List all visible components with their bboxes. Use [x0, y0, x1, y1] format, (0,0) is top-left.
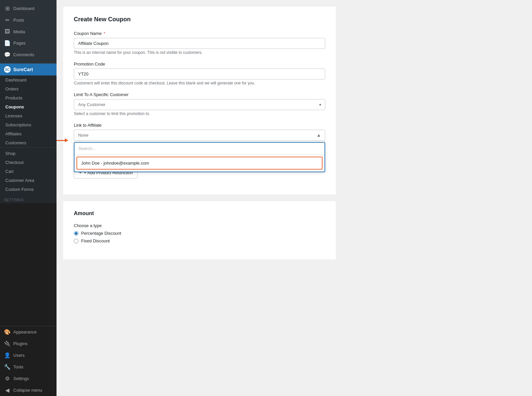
settings-icon: ⚙	[4, 375, 11, 382]
sidebar-item-users[interactable]: 👤 Users	[0, 349, 57, 361]
required-indicator: *	[103, 31, 105, 36]
arrow-indicator	[57, 140, 68, 141]
appearance-icon: 🎨	[4, 329, 11, 335]
sidebar-item-tools[interactable]: 🔧 Tools	[0, 361, 57, 373]
sidebar-item-sc-dashboard[interactable]: Dashboard	[0, 75, 57, 84]
sidebar-item-dashboard[interactable]: ⊞ Dashboard	[0, 3, 57, 14]
sidebar: ⊞ Dashboard ✏ Posts 🖼 Media 📄 Pages 💬 Co…	[0, 0, 57, 396]
radio-fixed[interactable]: Fixed Discount	[74, 238, 325, 243]
link-affiliate-group: Link to Affiliate None ▲ John Doe - john…	[74, 123, 325, 141]
sidebar-item-sc-subscriptions[interactable]: Subscriptions	[0, 120, 57, 129]
affiliate-dropdown-container: None ▲ John Doe - johndoe@example.com	[74, 130, 325, 141]
sidebar-item-sc-coupons[interactable]: Coupons	[0, 102, 57, 111]
limit-customer-label: Limit To A Specific Customer	[74, 92, 325, 97]
promotion-code-hint: Customers will enter this discount code …	[74, 81, 325, 85]
choose-type-group: Choose a type Percentage Discount Fixed …	[74, 223, 325, 243]
users-icon: 👤	[4, 352, 11, 358]
link-affiliate-label: Link to Affiliate	[74, 123, 325, 128]
chevron-up-icon: ▲	[317, 133, 321, 138]
amount-card: Amount Choose a type Percentage Discount…	[63, 201, 336, 259]
sidebar-item-sc-affiliates[interactable]: Affiliates	[0, 129, 57, 138]
sidebar-item-settings[interactable]: ⚙ Settings	[0, 373, 57, 384]
surecart-icon: SC	[4, 66, 11, 73]
main-content: Create New Coupon Coupon Name * This is …	[57, 0, 532, 396]
comments-icon: 💬	[4, 52, 11, 58]
card-title: Create New Coupon	[74, 16, 325, 23]
radio-percentage[interactable]: Percentage Discount	[74, 231, 325, 236]
limit-customer-group: Limit To A Specific Customer Any Custome…	[74, 92, 325, 116]
coupon-name-label: Coupon Name *	[74, 31, 325, 36]
amount-title: Amount	[74, 210, 325, 216]
pages-icon: 📄	[4, 40, 11, 46]
arrow-head	[65, 138, 68, 142]
plugins-icon: 🔌	[4, 340, 11, 347]
arrow-shaft	[57, 140, 68, 141]
sidebar-item-sc-orders[interactable]: Orders	[0, 84, 57, 93]
limit-customer-select-wrapper: Any Customer ▾	[74, 99, 325, 110]
create-coupon-card: Create New Coupon Coupon Name * This is …	[63, 7, 336, 195]
sidebar-item-sc-products[interactable]: Products	[0, 93, 57, 102]
sidebar-item-appearance[interactable]: 🎨 Appearance	[0, 326, 57, 338]
promotion-code-group: Promotion Code Customers will enter this…	[74, 62, 325, 85]
affiliate-search-input[interactable]	[74, 143, 325, 155]
affiliate-dropdown-popup: John Doe - johndoe@example.com	[74, 142, 325, 172]
sidebar-item-pages[interactable]: 📄 Pages	[0, 37, 57, 49]
sidebar-item-sc-licenses[interactable]: Licenses	[0, 111, 57, 120]
coupon-name-input[interactable]	[74, 38, 325, 49]
sidebar-item-sc-checkout[interactable]: Checkout	[0, 158, 57, 167]
radio-percentage-input[interactable]	[74, 231, 78, 236]
affiliate-option-john-doe[interactable]: John Doe - johndoe@example.com	[76, 157, 323, 170]
coupon-name-group: Coupon Name * This is an internal name f…	[74, 31, 325, 55]
affiliate-select-box[interactable]: None ▲	[74, 130, 325, 141]
posts-icon: ✏	[4, 17, 11, 23]
sidebar-item-plugins[interactable]: 🔌 Plugins	[0, 338, 57, 349]
sidebar-collapse[interactable]: ◀ Collapse menu	[0, 384, 57, 396]
sidebar-item-surecart[interactable]: SC SureCart	[0, 64, 57, 75]
sidebar-item-sc-customers[interactable]: Customers	[0, 138, 57, 147]
choose-type-label: Choose a type	[74, 223, 325, 228]
coupon-name-hint: This is an internal name for your coupon…	[74, 50, 325, 55]
sidebar-item-sc-cart[interactable]: Cart	[0, 167, 57, 176]
sidebar-item-media[interactable]: 🖼 Media	[0, 26, 57, 37]
sidebar-item-sc-custom-forms[interactable]: Custom Forms	[0, 185, 57, 194]
limit-customer-select[interactable]: Any Customer	[74, 99, 325, 110]
sidebar-item-posts[interactable]: ✏ Posts	[0, 14, 57, 26]
sidebar-item-comments[interactable]: 💬 Comments	[0, 49, 57, 61]
radio-group: Percentage Discount Fixed Discount	[74, 231, 325, 243]
promotion-code-label: Promotion Code	[74, 62, 325, 66]
dashboard-icon: ⊞	[4, 5, 11, 12]
sidebar-item-sc-customer-area[interactable]: Customer Area	[0, 176, 57, 185]
radio-fixed-input[interactable]	[74, 239, 78, 243]
media-icon: 🖼	[4, 29, 11, 35]
limit-customer-hint: Select a customer to limit this promotio…	[74, 111, 325, 116]
sidebar-item-sc-shop[interactable]: Shop	[0, 149, 57, 158]
tools-icon: 🔧	[4, 364, 11, 370]
promotion-code-input[interactable]	[74, 68, 325, 79]
collapse-icon: ◀	[4, 387, 11, 393]
settings-group-label: Settings	[0, 194, 57, 203]
